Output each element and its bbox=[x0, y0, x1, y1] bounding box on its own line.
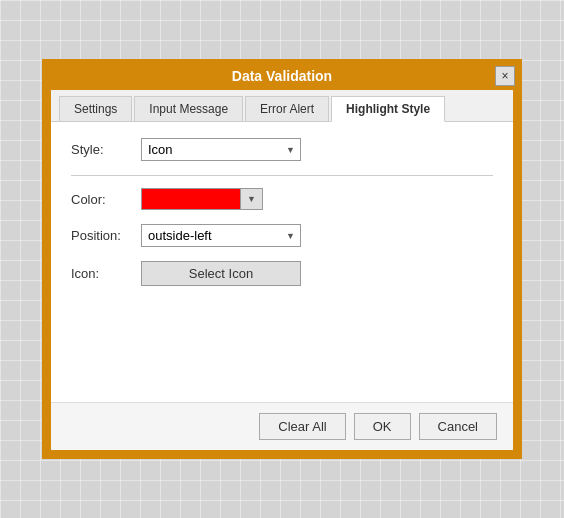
style-row: Style: Icon Cell Row bbox=[71, 138, 493, 161]
title-bar: Data Validation × bbox=[45, 62, 519, 90]
tab-highlight-style[interactable]: Highlight Style bbox=[331, 96, 445, 122]
tab-error-alert[interactable]: Error Alert bbox=[245, 96, 329, 121]
select-icon-button[interactable]: Select Icon bbox=[141, 261, 301, 286]
icon-row: Icon: Select Icon bbox=[71, 261, 493, 286]
style-select-wrapper: Icon Cell Row bbox=[141, 138, 301, 161]
color-swatch[interactable] bbox=[141, 188, 241, 210]
color-label: Color: bbox=[71, 192, 141, 207]
tab-input-message[interactable]: Input Message bbox=[134, 96, 243, 121]
dialog-wrapper: Data Validation × Settings Input Message… bbox=[42, 59, 522, 459]
ok-button[interactable]: OK bbox=[354, 413, 411, 440]
position-select-wrapper: outside-left inside-left outside-right i… bbox=[141, 224, 301, 247]
clear-all-button[interactable]: Clear All bbox=[259, 413, 345, 440]
position-row: Position: outside-left inside-left outsi… bbox=[71, 224, 493, 247]
color-picker-control: ▼ bbox=[141, 188, 263, 210]
position-label: Position: bbox=[71, 228, 141, 243]
color-dropdown-button[interactable]: ▼ bbox=[241, 188, 263, 210]
cancel-button[interactable]: Cancel bbox=[419, 413, 497, 440]
close-icon: × bbox=[501, 69, 508, 83]
icon-label: Icon: bbox=[71, 266, 141, 281]
divider bbox=[71, 175, 493, 176]
tab-settings[interactable]: Settings bbox=[59, 96, 132, 121]
tab-content: Style: Icon Cell Row Color: ▼ bbox=[51, 122, 513, 402]
color-row: Color: ▼ bbox=[71, 188, 493, 210]
position-select[interactable]: outside-left inside-left outside-right i… bbox=[141, 224, 301, 247]
close-button[interactable]: × bbox=[495, 66, 515, 86]
dialog-footer: Clear All OK Cancel bbox=[51, 402, 513, 450]
tab-bar: Settings Input Message Error Alert Highl… bbox=[51, 90, 513, 122]
chevron-down-icon: ▼ bbox=[247, 194, 256, 204]
dialog-body: Settings Input Message Error Alert Highl… bbox=[51, 90, 513, 450]
style-label: Style: bbox=[71, 142, 141, 157]
dialog-title: Data Validation bbox=[232, 68, 332, 84]
style-select[interactable]: Icon Cell Row bbox=[141, 138, 301, 161]
